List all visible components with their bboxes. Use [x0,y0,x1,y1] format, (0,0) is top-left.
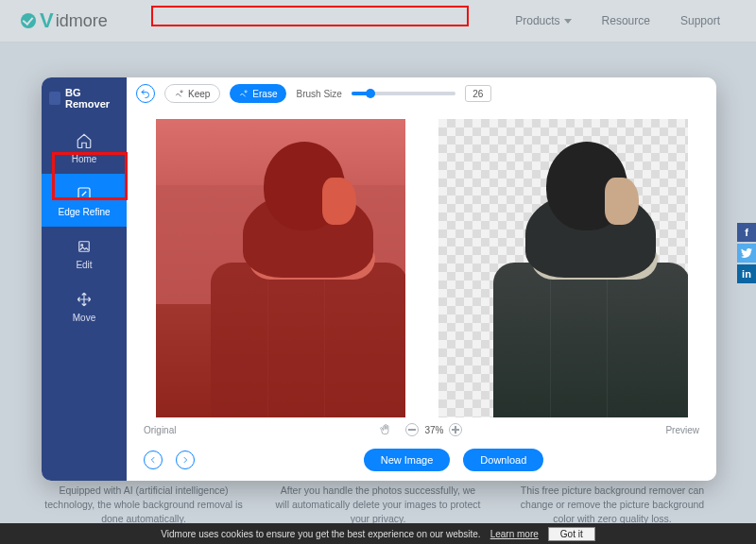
zoom-in-button[interactable] [449,423,462,436]
undo-button[interactable] [136,84,155,103]
editor-modal: BG Remover Home Edge Refine Edit Move Ke… [42,77,716,481]
keep-tool[interactable]: Keep [164,84,220,103]
canvas-meta: Original 37% Preview [127,420,716,439]
editor-canvas [127,110,716,420]
original-pane[interactable] [142,115,419,420]
editor-toolbar: Keep Erase Brush Size 26 [127,77,716,110]
svg-rect-3 [408,429,416,431]
app-icon [49,92,60,105]
next-image-button[interactable] [176,450,195,469]
original-label: Original [144,425,176,435]
new-image-button[interactable]: New Image [364,449,451,471]
social-bar: f in [737,223,756,285]
svg-rect-5 [452,429,459,431]
home-icon [75,131,94,150]
linkedin-icon[interactable]: in [737,264,756,283]
prev-image-button[interactable] [144,450,163,469]
sidebar-item-edit[interactable]: Edit [42,227,127,280]
facebook-icon[interactable]: f [737,223,756,242]
preview-pane[interactable] [424,115,701,420]
sidebar-title: BG Remover [42,77,127,121]
sidebar-item-move[interactable]: Move [42,280,127,332]
brush-size-slider[interactable] [352,92,455,95]
cookie-message: Vidmore uses cookies to ensure you get t… [161,529,480,539]
pan-icon[interactable] [379,423,392,436]
sidebar-item-label: Edge Refine [58,207,110,217]
sidebar-item-home[interactable]: Home [42,121,127,174]
twitter-icon[interactable] [737,244,756,263]
editor-actions: New Image Download [127,439,716,481]
zoom-controls: 37% [379,423,462,436]
erase-tool[interactable]: Erase [230,84,286,103]
cookie-accept-button[interactable]: Got it [548,527,595,541]
move-icon [75,290,94,309]
brush-size-label: Brush Size [296,89,341,99]
mask-overlay [156,119,405,417]
sidebar-item-label: Edit [76,260,92,270]
editor-sidebar: BG Remover Home Edge Refine Edit Move [42,77,127,481]
download-button[interactable]: Download [463,449,543,471]
edit-icon [75,237,94,256]
cookie-bar: Vidmore uses cookies to ensure you get t… [0,523,756,544]
preview-label: Preview [665,425,699,435]
cookie-learn-more[interactable]: Learn more [490,529,539,539]
preview-image [438,119,688,417]
sidebar-item-label: Home [72,154,97,164]
sidebar-item-edge-refine[interactable]: Edge Refine [42,174,127,227]
editor-main: Keep Erase Brush Size 26 [127,77,716,481]
svg-point-2 [81,244,83,246]
edge-refine-icon [75,184,94,203]
original-image [156,119,405,417]
zoom-out-button[interactable] [405,423,419,436]
zoom-percent: 37% [424,425,443,435]
sidebar-item-label: Move [73,313,95,323]
brush-size-value: 26 [465,85,491,102]
